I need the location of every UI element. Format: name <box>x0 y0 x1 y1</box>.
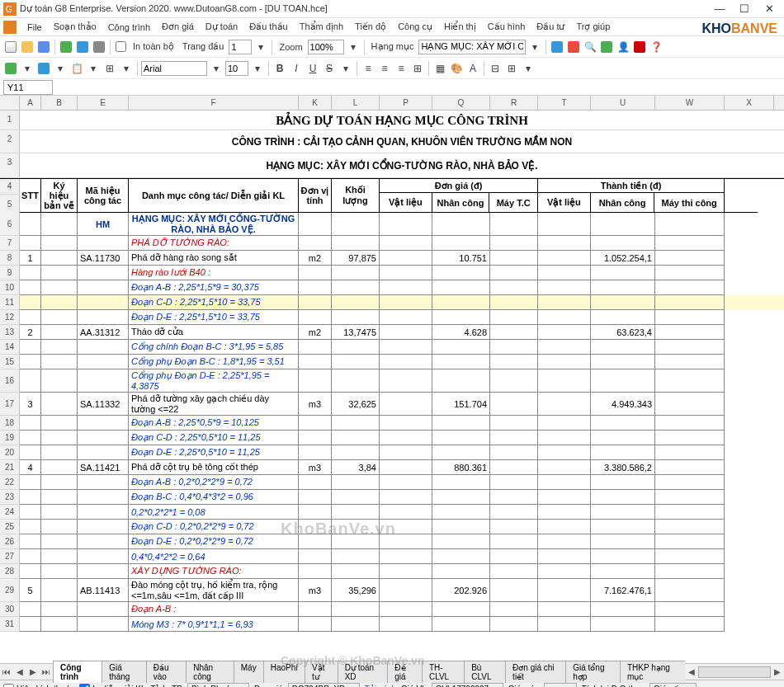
cell-calc[interactable]: Đoạn C-D : 0,2*0,2*2*9 = 0,72 <box>129 520 299 534</box>
tool-icon-3[interactable]: 🔍 <box>583 40 597 54</box>
table-row[interactable]: 132AA.31312Tháo dỡ cửam213,74754.62863.6… <box>0 325 784 340</box>
font-select[interactable] <box>141 61 207 76</box>
cell-calc[interactable]: Đoạn B-C : 0,4*0,4*3*2 = 0,96 <box>129 490 299 505</box>
cell[interactable] <box>655 310 725 325</box>
cell[interactable] <box>655 490 725 505</box>
hscroll-bar[interactable] <box>698 666 771 678</box>
tb2-icon-7[interactable]: ⊞ <box>102 61 117 76</box>
cell[interactable] <box>41 564 78 579</box>
cell[interactable] <box>490 445 538 460</box>
cell[interactable] <box>20 369 41 393</box>
cell-section[interactable]: XÂY DỰNG TƯỜNG RÀO: <box>129 564 299 579</box>
cell[interactable] <box>538 520 591 534</box>
table-row[interactable]: 31Móng M3 : 7* 0,9*1*1,1 = 6,93 <box>0 617 784 632</box>
cell[interactable] <box>591 266 655 280</box>
menu-hienthi[interactable]: Hiển thị <box>438 20 482 34</box>
cell-desc[interactable]: Tháo dỡ cửa <box>129 325 299 340</box>
cell[interactable] <box>538 325 591 340</box>
cell[interactable] <box>332 340 380 355</box>
cell[interactable] <box>299 310 332 325</box>
cell-note[interactable]: Hàng rào lưới B40 : <box>129 266 299 280</box>
cell-kl[interactable]: 97,875 <box>332 251 380 266</box>
cell[interactable] <box>20 534 41 549</box>
cell-calc[interactable]: Móng M3 : 7* 0,9*1*1,1 = 6,93 <box>129 617 299 632</box>
row-header[interactable]: 10 <box>0 280 20 295</box>
hien-kich-thuoc-check[interactable]: Hiện kích thước <box>3 684 74 687</box>
cell[interactable] <box>332 416 380 431</box>
cell[interactable] <box>380 236 432 251</box>
cell[interactable] <box>299 355 332 369</box>
row-header[interactable]: 4 5 <box>0 179 20 213</box>
size-select[interactable] <box>225 61 248 76</box>
tool-icon-2[interactable] <box>566 40 581 54</box>
cell[interactable] <box>41 340 78 355</box>
cell[interactable] <box>41 490 78 505</box>
cell-nc[interactable]: 151.704 <box>432 393 490 416</box>
underline-button[interactable]: U <box>305 61 320 76</box>
cell-stt[interactable]: 4 <box>20 460 41 475</box>
row-header[interactable]: 16 <box>0 369 20 393</box>
cell[interactable] <box>380 475 432 490</box>
cell-calc[interactable]: Cổng phụ Đoạn B-C : 1,8*1,95 = 3,51 <box>129 355 299 369</box>
cell[interactable] <box>490 280 538 295</box>
row-header[interactable]: 7 <box>0 236 20 251</box>
cell[interactable] <box>78 564 129 579</box>
cell[interactable] <box>20 617 41 632</box>
cell[interactable] <box>380 490 432 505</box>
cell[interactable] <box>41 393 78 416</box>
cell-calc[interactable]: Đoạn D-E : 2,25*1,5*10 = 33,75 <box>129 310 299 325</box>
print-all-check[interactable] <box>116 41 126 52</box>
cell[interactable] <box>490 266 538 280</box>
row-header[interactable]: 11 <box>0 295 20 310</box>
table-row[interactable]: 81SA.11730Phá dỡ hàng rào song sắtm297,8… <box>0 251 784 266</box>
sheet-tab[interactable]: Giá tổng hợp <box>565 661 621 683</box>
cell-calc[interactable]: Đoạn A-B : 0,2*0,2*2*9 = 0,72 <box>129 475 299 490</box>
zoom-input[interactable] <box>308 40 344 54</box>
cell[interactable] <box>490 340 538 355</box>
cell[interactable] <box>380 369 432 393</box>
tb2-icon-3[interactable] <box>36 61 51 76</box>
cell[interactable] <box>332 369 380 393</box>
cell-nc[interactable]: 10.751 <box>432 251 490 266</box>
align-left-icon[interactable]: ≡ <box>361 61 375 76</box>
row-header[interactable]: 25 <box>0 520 20 534</box>
tb2-icon-2[interactable]: ▾ <box>20 61 35 76</box>
cell[interactable] <box>78 534 129 549</box>
menu-trogiup[interactable]: Trợ giúp <box>570 20 616 34</box>
cell[interactable] <box>655 445 725 460</box>
cell[interactable] <box>332 617 380 632</box>
gia-may-select[interactable] <box>544 683 577 688</box>
cell[interactable] <box>380 340 432 355</box>
tb2-icon-5[interactable]: 📋 <box>69 61 84 76</box>
cell[interactable] <box>20 475 41 490</box>
cell[interactable] <box>20 490 41 505</box>
cell[interactable] <box>490 602 538 617</box>
cell-calc[interactable]: Đoạn A-B : 2,25*1,5*9 = 30,375 <box>129 280 299 295</box>
cell[interactable] <box>78 505 129 520</box>
cell[interactable] <box>332 602 380 617</box>
cell[interactable] <box>332 505 380 520</box>
menu-cauhinh[interactable]: Cấu hình <box>482 20 531 34</box>
cell-tnc[interactable]: 7.162.476,1 <box>591 579 655 602</box>
cell[interactable] <box>591 355 655 369</box>
cell[interactable] <box>380 617 432 632</box>
row-header[interactable]: 21 <box>0 460 20 475</box>
row-header[interactable]: 1 <box>0 111 20 129</box>
cell-dv[interactable]: m3 <box>299 460 332 475</box>
user-icon[interactable]: 👤 <box>616 40 631 54</box>
col-hdr-F[interactable]: F <box>129 96 299 110</box>
cell[interactable] <box>78 431 129 445</box>
cell-nc[interactable]: 4.628 <box>432 325 490 340</box>
cell-kl[interactable]: 13,7475 <box>332 325 380 340</box>
new-icon[interactable] <box>3 40 18 54</box>
row-header[interactable]: 28 <box>0 564 20 579</box>
row-header[interactable]: 3 <box>0 153 20 177</box>
table-row[interactable]: 19Đoạn C-D : 2,25*0,5*10 = 11,25 <box>0 431 784 445</box>
cell[interactable] <box>380 251 432 266</box>
row-header[interactable]: 30 <box>0 602 20 617</box>
cell-desc[interactable]: Đào móng cột trụ, hố kiểm tra, rộng <=1m… <box>129 579 299 602</box>
cell-calc[interactable]: Cổng chính Đoạn B-C : 3*1,95 = 5,85 <box>129 340 299 355</box>
tb2-icon-4[interactable]: ▾ <box>53 61 68 76</box>
cell-dv[interactable]: m2 <box>299 251 332 266</box>
cell[interactable] <box>41 280 78 295</box>
